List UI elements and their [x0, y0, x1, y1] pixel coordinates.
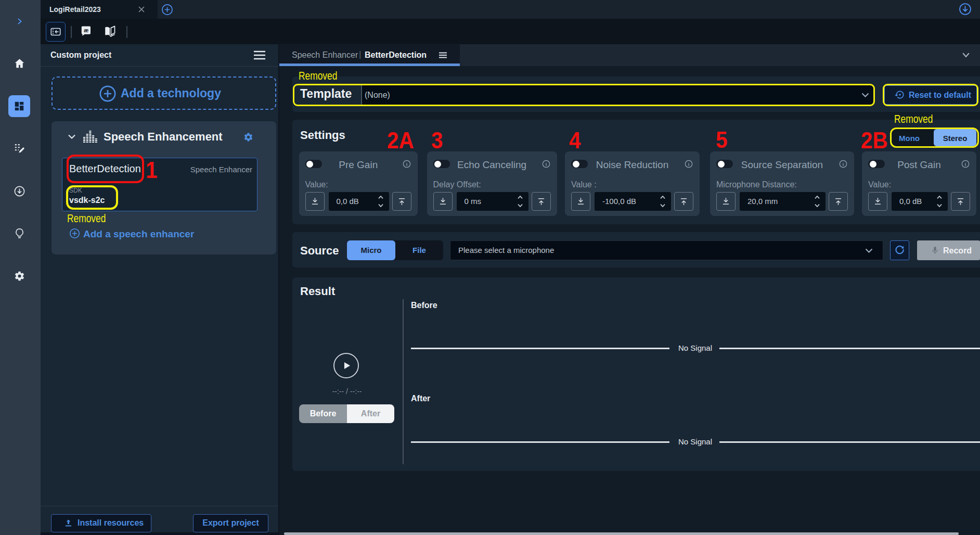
svg-text:æ: æ: [84, 27, 88, 33]
